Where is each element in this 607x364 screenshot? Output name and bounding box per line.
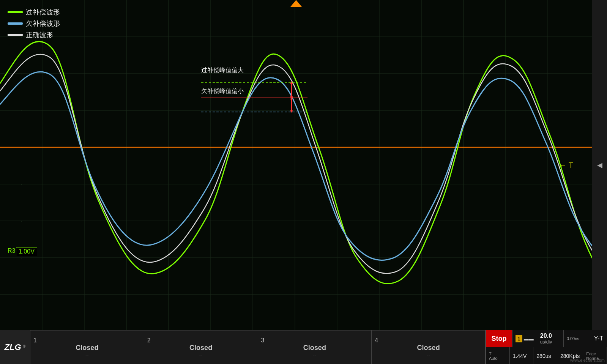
scroll-right-arrow[interactable]: ◀ <box>597 161 602 169</box>
timebase-value: 20.0 <box>540 332 560 339</box>
annotation-overcomp-text: 过补偿峰值偏大 <box>201 67 244 73</box>
annotation-undercomp-text: 欠补偿峰值偏小 <box>201 88 244 94</box>
trigger-label: T Auto <box>486 347 510 364</box>
right-scrollbar[interactable]: ◀ <box>592 0 607 330</box>
trigger-voltage: 1.44V <box>510 347 534 364</box>
annotation-undercomp: 欠补偿峰值偏小 <box>201 87 244 95</box>
trigger-voltage-val: 1.44V <box>513 353 530 359</box>
zlg-brand-text: ZLG <box>5 342 21 352</box>
ch1-number: 1 <box>33 337 37 344</box>
svg-rect-26 <box>21 184 22 185</box>
ch3-number: 3 <box>261 337 265 344</box>
t-label-small: T <box>489 351 506 356</box>
timebase-info: 20.0 us/div <box>537 330 564 347</box>
timebase-unit: us/div <box>540 339 560 345</box>
trigger-mode: Auto <box>489 356 506 361</box>
ch1-box: 1 <box>516 335 522 342</box>
svg-rect-27 <box>21 221 22 222</box>
legend-color-undercomp <box>8 22 23 25</box>
ch2-closed: Closed <box>189 344 212 352</box>
ch1-mode-icon: ▬▬ <box>524 336 534 342</box>
legend-label-undercomp: 欠补偿波形 <box>26 19 60 28</box>
legend-label-overcomp: 过补偿波形 <box>26 8 60 17</box>
ch1-closed: Closed <box>76 344 98 352</box>
zlg-registered-mark: ® <box>23 344 25 348</box>
scope-screen: 过补偿波形 欠补偿波形 正确波形 过补偿峰值偏大 欠补偿峰值偏小 R3 1.00… <box>0 0 592 330</box>
voltage-box[interactable]: 1.00V <box>16 247 37 256</box>
ch1-indicator: 1 ▬▬ <box>512 330 537 347</box>
t-label: ← T <box>559 161 573 170</box>
legend-color-correct <box>8 34 23 36</box>
svg-rect-24 <box>21 110 22 111</box>
trigger-delay-val: 280us <box>536 353 554 359</box>
ch2-dash: -- <box>199 352 203 358</box>
timebase-offset: 0.00ns <box>564 330 590 347</box>
ch4-closed: Closed <box>417 344 440 352</box>
channel-2-status[interactable]: 2 Closed -- <box>144 330 258 364</box>
channel-4-status[interactable]: 4 Closed -- <box>372 330 486 364</box>
svg-rect-0 <box>0 0 592 330</box>
channel-3-status[interactable]: 3 Closed -- <box>258 330 372 364</box>
ch1-dash: -- <box>85 352 89 358</box>
right-panel-top: Stop 1 ▬▬ 20.0 us/div 0.00ns Y-T <box>486 330 607 347</box>
legend-label-correct: 正确波形 <box>26 30 53 39</box>
waveform-legend: 过补偿波形 欠补偿波形 正确波形 <box>8 8 60 39</box>
trigger-delay: 280us <box>533 347 557 364</box>
annotation-overcomp: 过补偿峰值偏大 <box>201 66 244 74</box>
channel-status-group: 1 Closed -- 2 Closed -- 3 Closed -- 4 Cl… <box>30 330 486 364</box>
legend-item-correct: 正确波形 <box>8 30 60 39</box>
waveform-display <box>0 0 592 330</box>
trigger-type-label: Edge <box>586 351 604 356</box>
stop-button[interactable]: Stop <box>486 330 512 347</box>
ch3-dash: -- <box>313 352 317 358</box>
legend-item-overcomp: 过补偿波形 <box>8 8 60 17</box>
channel-1-status[interactable]: 1 Closed -- <box>30 330 144 364</box>
watermark: www.elecfans.com <box>570 358 605 362</box>
ch4-dash: -- <box>427 352 430 358</box>
legend-color-overcomp <box>8 11 23 13</box>
zlg-logo: ZLG ® <box>0 330 30 364</box>
svg-rect-23 <box>21 74 22 74</box>
yt-label: Y-T <box>590 330 607 347</box>
ch4-number: 4 <box>375 337 378 344</box>
svg-rect-28 <box>21 258 22 258</box>
legend-item-undercomp: 欠补偿波形 <box>8 19 60 28</box>
channel-r3-label: R3 <box>8 247 15 254</box>
status-bar: ZLG ® 1 Closed -- 2 Closed -- 3 Closed -… <box>0 330 607 364</box>
ch2-number: 2 <box>147 337 151 344</box>
ch3-closed: Closed <box>303 344 326 352</box>
